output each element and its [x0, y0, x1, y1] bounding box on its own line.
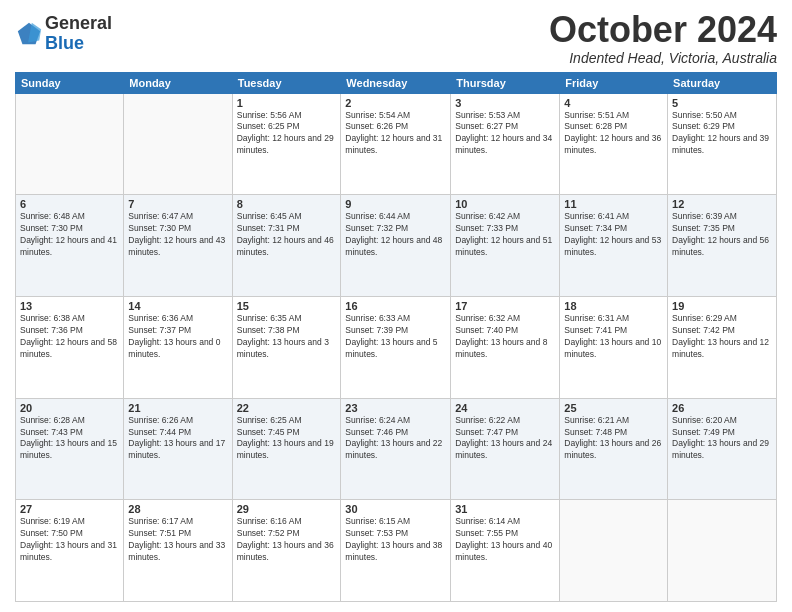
day-number: 20 — [20, 402, 119, 414]
day-number: 21 — [128, 402, 227, 414]
col-header-monday: Monday — [124, 72, 232, 93]
col-header-wednesday: Wednesday — [341, 72, 451, 93]
day-info: Sunrise: 6:33 AM Sunset: 7:39 PM Dayligh… — [345, 313, 446, 361]
calendar-cell: 25Sunrise: 6:21 AM Sunset: 7:48 PM Dayli… — [560, 398, 668, 500]
header: General Blue October 2024 Indented Head,… — [15, 10, 777, 66]
calendar-cell: 10Sunrise: 6:42 AM Sunset: 7:33 PM Dayli… — [451, 195, 560, 297]
calendar-cell: 12Sunrise: 6:39 AM Sunset: 7:35 PM Dayli… — [668, 195, 777, 297]
day-info: Sunrise: 6:24 AM Sunset: 7:46 PM Dayligh… — [345, 415, 446, 463]
day-info: Sunrise: 6:15 AM Sunset: 7:53 PM Dayligh… — [345, 516, 446, 564]
day-number: 6 — [20, 198, 119, 210]
day-number: 14 — [128, 300, 227, 312]
day-number: 27 — [20, 503, 119, 515]
day-info: Sunrise: 6:20 AM Sunset: 7:49 PM Dayligh… — [672, 415, 772, 463]
calendar-cell: 31Sunrise: 6:14 AM Sunset: 7:55 PM Dayli… — [451, 500, 560, 602]
calendar-cell: 15Sunrise: 6:35 AM Sunset: 7:38 PM Dayli… — [232, 296, 341, 398]
day-number: 7 — [128, 198, 227, 210]
day-number: 16 — [345, 300, 446, 312]
day-info: Sunrise: 6:17 AM Sunset: 7:51 PM Dayligh… — [128, 516, 227, 564]
calendar-cell: 22Sunrise: 6:25 AM Sunset: 7:45 PM Dayli… — [232, 398, 341, 500]
calendar-cell: 3Sunrise: 5:53 AM Sunset: 6:27 PM Daylig… — [451, 93, 560, 195]
day-number: 29 — [237, 503, 337, 515]
day-info: Sunrise: 6:44 AM Sunset: 7:32 PM Dayligh… — [345, 211, 446, 259]
day-number: 19 — [672, 300, 772, 312]
col-header-thursday: Thursday — [451, 72, 560, 93]
day-number: 26 — [672, 402, 772, 414]
day-number: 10 — [455, 198, 555, 210]
calendar-cell: 4Sunrise: 5:51 AM Sunset: 6:28 PM Daylig… — [560, 93, 668, 195]
calendar-cell: 28Sunrise: 6:17 AM Sunset: 7:51 PM Dayli… — [124, 500, 232, 602]
day-info: Sunrise: 6:41 AM Sunset: 7:34 PM Dayligh… — [564, 211, 663, 259]
day-info: Sunrise: 6:39 AM Sunset: 7:35 PM Dayligh… — [672, 211, 772, 259]
calendar-cell: 8Sunrise: 6:45 AM Sunset: 7:31 PM Daylig… — [232, 195, 341, 297]
day-number: 5 — [672, 97, 772, 109]
day-number: 25 — [564, 402, 663, 414]
calendar-cell: 9Sunrise: 6:44 AM Sunset: 7:32 PM Daylig… — [341, 195, 451, 297]
calendar-cell: 5Sunrise: 5:50 AM Sunset: 6:29 PM Daylig… — [668, 93, 777, 195]
day-info: Sunrise: 6:32 AM Sunset: 7:40 PM Dayligh… — [455, 313, 555, 361]
calendar-cell: 1Sunrise: 5:56 AM Sunset: 6:25 PM Daylig… — [232, 93, 341, 195]
day-number: 17 — [455, 300, 555, 312]
day-info: Sunrise: 5:50 AM Sunset: 6:29 PM Dayligh… — [672, 110, 772, 158]
day-info: Sunrise: 6:21 AM Sunset: 7:48 PM Dayligh… — [564, 415, 663, 463]
title-block: October 2024 Indented Head, Victoria, Au… — [549, 10, 777, 66]
calendar-cell: 14Sunrise: 6:36 AM Sunset: 7:37 PM Dayli… — [124, 296, 232, 398]
col-header-friday: Friday — [560, 72, 668, 93]
logo-text: General Blue — [45, 14, 112, 54]
calendar-cell: 23Sunrise: 6:24 AM Sunset: 7:46 PM Dayli… — [341, 398, 451, 500]
col-header-saturday: Saturday — [668, 72, 777, 93]
calendar-cell: 17Sunrise: 6:32 AM Sunset: 7:40 PM Dayli… — [451, 296, 560, 398]
calendar-cell — [560, 500, 668, 602]
location-subtitle: Indented Head, Victoria, Australia — [549, 50, 777, 66]
calendar-cell: 13Sunrise: 6:38 AM Sunset: 7:36 PM Dayli… — [16, 296, 124, 398]
calendar-cell: 20Sunrise: 6:28 AM Sunset: 7:43 PM Dayli… — [16, 398, 124, 500]
calendar-cell — [16, 93, 124, 195]
calendar-cell: 7Sunrise: 6:47 AM Sunset: 7:30 PM Daylig… — [124, 195, 232, 297]
day-info: Sunrise: 6:42 AM Sunset: 7:33 PM Dayligh… — [455, 211, 555, 259]
day-info: Sunrise: 6:48 AM Sunset: 7:30 PM Dayligh… — [20, 211, 119, 259]
calendar-cell: 18Sunrise: 6:31 AM Sunset: 7:41 PM Dayli… — [560, 296, 668, 398]
day-number: 2 — [345, 97, 446, 109]
calendar-cell: 6Sunrise: 6:48 AM Sunset: 7:30 PM Daylig… — [16, 195, 124, 297]
day-info: Sunrise: 6:25 AM Sunset: 7:45 PM Dayligh… — [237, 415, 337, 463]
day-number: 22 — [237, 402, 337, 414]
day-info: Sunrise: 6:19 AM Sunset: 7:50 PM Dayligh… — [20, 516, 119, 564]
day-info: Sunrise: 5:53 AM Sunset: 6:27 PM Dayligh… — [455, 110, 555, 158]
day-number: 4 — [564, 97, 663, 109]
day-info: Sunrise: 5:56 AM Sunset: 6:25 PM Dayligh… — [237, 110, 337, 158]
day-number: 3 — [455, 97, 555, 109]
day-info: Sunrise: 6:36 AM Sunset: 7:37 PM Dayligh… — [128, 313, 227, 361]
day-number: 9 — [345, 198, 446, 210]
calendar-cell: 2Sunrise: 5:54 AM Sunset: 6:26 PM Daylig… — [341, 93, 451, 195]
calendar-cell: 16Sunrise: 6:33 AM Sunset: 7:39 PM Dayli… — [341, 296, 451, 398]
day-number: 23 — [345, 402, 446, 414]
day-number: 12 — [672, 198, 772, 210]
calendar-cell: 30Sunrise: 6:15 AM Sunset: 7:53 PM Dayli… — [341, 500, 451, 602]
calendar-cell: 24Sunrise: 6:22 AM Sunset: 7:47 PM Dayli… — [451, 398, 560, 500]
day-number: 13 — [20, 300, 119, 312]
day-number: 15 — [237, 300, 337, 312]
day-info: Sunrise: 6:28 AM Sunset: 7:43 PM Dayligh… — [20, 415, 119, 463]
day-info: Sunrise: 6:16 AM Sunset: 7:52 PM Dayligh… — [237, 516, 337, 564]
day-info: Sunrise: 6:47 AM Sunset: 7:30 PM Dayligh… — [128, 211, 227, 259]
calendar-cell — [124, 93, 232, 195]
calendar-cell — [668, 500, 777, 602]
day-info: Sunrise: 6:31 AM Sunset: 7:41 PM Dayligh… — [564, 313, 663, 361]
day-info: Sunrise: 5:51 AM Sunset: 6:28 PM Dayligh… — [564, 110, 663, 158]
col-header-sunday: Sunday — [16, 72, 124, 93]
day-number: 30 — [345, 503, 446, 515]
calendar-cell: 29Sunrise: 6:16 AM Sunset: 7:52 PM Dayli… — [232, 500, 341, 602]
calendar-table: SundayMondayTuesdayWednesdayThursdayFrid… — [15, 72, 777, 602]
logo-icon — [15, 20, 43, 48]
calendar-cell: 11Sunrise: 6:41 AM Sunset: 7:34 PM Dayli… — [560, 195, 668, 297]
day-number: 11 — [564, 198, 663, 210]
day-info: Sunrise: 6:35 AM Sunset: 7:38 PM Dayligh… — [237, 313, 337, 361]
day-number: 18 — [564, 300, 663, 312]
day-number: 24 — [455, 402, 555, 414]
day-info: Sunrise: 6:14 AM Sunset: 7:55 PM Dayligh… — [455, 516, 555, 564]
day-number: 28 — [128, 503, 227, 515]
day-number: 1 — [237, 97, 337, 109]
month-title: October 2024 — [549, 10, 777, 50]
day-number: 8 — [237, 198, 337, 210]
calendar-cell: 26Sunrise: 6:20 AM Sunset: 7:49 PM Dayli… — [668, 398, 777, 500]
